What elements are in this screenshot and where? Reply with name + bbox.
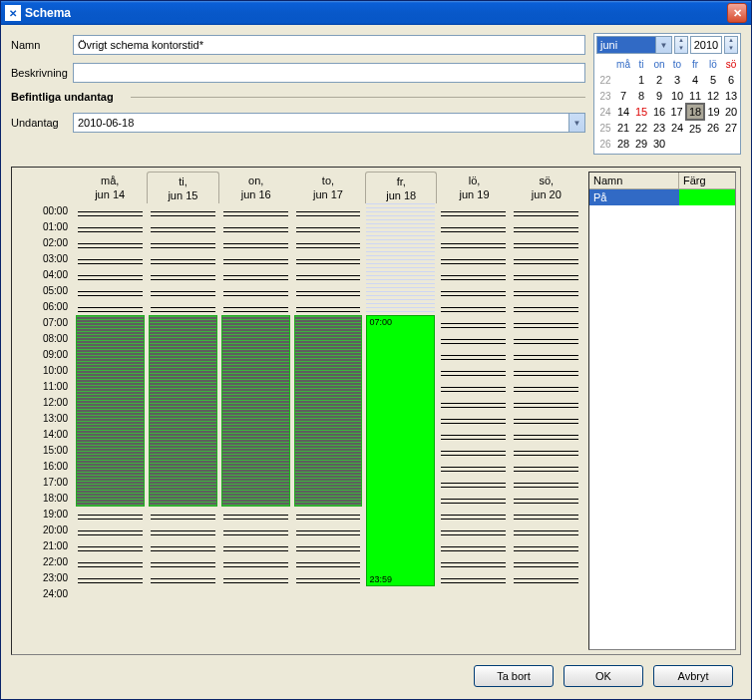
calendar-day[interactable]: [686, 136, 704, 152]
calendar-day[interactable]: 16: [650, 104, 668, 120]
time-label: 19:00: [16, 507, 74, 523]
calendar-month-dropdown[interactable]: juni ▼: [596, 36, 672, 54]
calendar-year-input[interactable]: 2010: [690, 36, 722, 54]
calendar-day[interactable]: 26: [704, 120, 722, 136]
day-column[interactable]: [294, 203, 363, 650]
calendar-day[interactable]: 8: [632, 88, 650, 104]
time-label: 24:00: [16, 586, 74, 602]
time-label: 22:00: [16, 554, 74, 570]
calendar-day[interactable]: 1: [632, 72, 650, 88]
day-header[interactable]: fr,jun 18: [365, 172, 437, 203]
day-column[interactable]: 07:0023:59: [366, 203, 435, 650]
calendar-day[interactable]: 3: [668, 72, 686, 88]
block-start-label: 07:00: [369, 317, 392, 327]
calendar-day[interactable]: 20: [722, 104, 740, 120]
day-header[interactable]: on,jun 16: [221, 172, 291, 203]
day-header[interactable]: sö,jun 20: [512, 172, 581, 203]
day-column[interactable]: [512, 203, 580, 650]
day-column[interactable]: [149, 203, 217, 650]
existing-exceptions-header: Befintliga undantag: [11, 91, 585, 103]
time-label: 00:00: [16, 203, 74, 219]
legend-row[interactable]: På: [589, 189, 735, 205]
day-column[interactable]: [439, 203, 508, 650]
schedule-block-active[interactable]: 07:0023:59: [366, 315, 435, 586]
legend: Namn Färg På: [588, 172, 736, 650]
schedule-block[interactable]: [76, 315, 145, 507]
day-header[interactable]: ti,jun 15: [147, 172, 218, 203]
calendar-day[interactable]: 5: [704, 72, 722, 88]
calendar-day[interactable]: 11: [686, 88, 704, 104]
time-label: 04:00: [16, 267, 74, 283]
time-label: 11:00: [16, 379, 74, 395]
cancel-button[interactable]: Avbryt: [653, 665, 733, 687]
calendar-day[interactable]: 25: [686, 120, 704, 136]
chevron-down-icon: ▼: [568, 114, 584, 132]
calendar-day[interactable]: 15: [632, 104, 650, 120]
calendar-day[interactable]: 29: [632, 136, 650, 152]
close-icon[interactable]: ✕: [727, 3, 747, 23]
calendar-month-label: juni: [600, 39, 617, 51]
calendar-day[interactable]: 13: [722, 88, 740, 104]
calendar-grid[interactable]: måtiontofrlösö22123456237891011121324141…: [596, 56, 740, 152]
legend-color: [679, 189, 735, 205]
day-header[interactable]: to,jun 17: [293, 172, 363, 203]
calendar-day[interactable]: 4: [686, 72, 704, 88]
calendar-day[interactable]: [722, 136, 740, 152]
description-label: Beskrivning: [11, 67, 73, 79]
time-label: 21:00: [16, 538, 74, 554]
schedule-block[interactable]: [294, 315, 363, 507]
calendar-day[interactable]: 12: [704, 88, 722, 104]
calendar-day[interactable]: 7: [614, 88, 632, 104]
time-label: 23:00: [16, 570, 74, 586]
day-header[interactable]: må,jun 14: [75, 172, 145, 203]
exception-value: 2010-06-18: [78, 117, 134, 129]
day-column[interactable]: [76, 203, 145, 650]
calendar-day[interactable]: 30: [650, 136, 668, 152]
legend-name: På: [589, 189, 679, 205]
calendar-day[interactable]: [704, 136, 722, 152]
time-label: 13:00: [16, 411, 74, 427]
time-label: 18:00: [16, 491, 74, 507]
time-label: 03:00: [16, 251, 74, 267]
calendar-month-spinner[interactable]: ▲▼: [674, 36, 688, 54]
day-column[interactable]: [221, 203, 290, 650]
calendar-day[interactable]: 17: [668, 104, 686, 120]
schedule-block[interactable]: [221, 315, 290, 507]
calendar-year-spinner[interactable]: ▲▼: [724, 36, 738, 54]
description-input[interactable]: [73, 63, 585, 83]
faded-region: [366, 203, 435, 315]
calendar-day[interactable]: 19: [704, 104, 722, 120]
calendar-day[interactable]: 10: [668, 88, 686, 104]
schedule-block[interactable]: [149, 315, 217, 507]
calendar-day[interactable]: 28: [614, 136, 632, 152]
day-header[interactable]: lö,jun 19: [439, 172, 509, 203]
remove-button[interactable]: Ta bort: [474, 665, 554, 687]
name-input[interactable]: [73, 35, 585, 55]
calendar-day[interactable]: [668, 136, 686, 152]
calendar-day[interactable]: 21: [614, 120, 632, 136]
schedule-panel: må,jun 14ti,jun 15on,jun 16to,jun 17fr,j…: [11, 167, 741, 655]
name-label: Namn: [11, 39, 73, 51]
calendar-day[interactable]: 22: [632, 120, 650, 136]
calendar-day[interactable]: 24: [668, 120, 686, 136]
titlebar-title: Schema: [25, 6, 727, 20]
calendar-day[interactable]: 27: [722, 120, 740, 136]
calendar-day[interactable]: 14: [614, 104, 632, 120]
legend-col-name: Namn: [589, 173, 679, 188]
time-label: 14:00: [16, 427, 74, 443]
calendar-day[interactable]: 9: [650, 88, 668, 104]
calendar-day[interactable]: 23: [650, 120, 668, 136]
ok-button[interactable]: OK: [564, 665, 643, 687]
time-label: 16:00: [16, 459, 74, 475]
app-icon: ✕: [5, 5, 21, 21]
time-label: 07:00: [16, 315, 74, 331]
exception-dropdown[interactable]: 2010-06-18 ▼: [73, 113, 585, 133]
calendar-day[interactable]: 2: [650, 72, 668, 88]
time-label: 06:00: [16, 299, 74, 315]
time-label: 17:00: [16, 475, 74, 491]
calendar-day[interactable]: [614, 72, 632, 88]
calendar-day[interactable]: 6: [722, 72, 740, 88]
block-end-label: 23:59: [369, 574, 392, 584]
calendar-day[interactable]: 18: [686, 104, 704, 120]
chevron-down-icon: ▼: [655, 37, 671, 53]
